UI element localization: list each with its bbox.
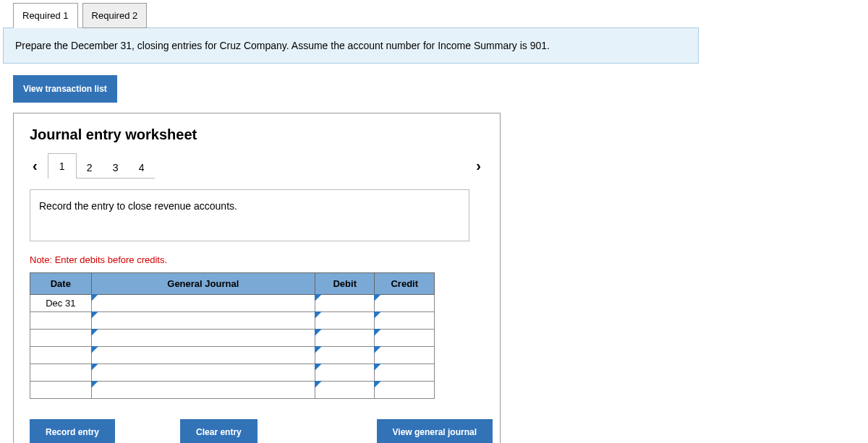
debits-before-credits-note: Note: Enter debits before credits. — [30, 254, 484, 265]
step-instruction: Record the entry to close revenue accoun… — [30, 189, 469, 241]
credit-cell[interactable] — [375, 312, 435, 330]
credit-cell[interactable] — [375, 382, 435, 399]
credit-cell[interactable] — [375, 347, 435, 364]
journal-worksheet: Journal entry worksheet ‹ 1 2 3 4 › Reco… — [13, 113, 501, 443]
tab-required-2[interactable]: Required 2 — [82, 3, 148, 28]
debit-cell[interactable] — [315, 364, 375, 382]
date-cell[interactable] — [30, 312, 92, 330]
col-header-date: Date — [30, 273, 92, 295]
record-entry-button[interactable]: Record entry — [30, 419, 115, 443]
table-row — [30, 347, 435, 364]
credit-cell[interactable] — [375, 295, 435, 312]
step-tab-4[interactable]: 4 — [129, 158, 155, 179]
col-header-credit: Credit — [375, 273, 435, 295]
clear-entry-button[interactable]: Clear entry — [180, 419, 258, 443]
debit-cell[interactable] — [315, 330, 375, 347]
journal-table: Date General Journal Debit Credit Dec 31 — [30, 272, 435, 399]
view-transaction-list-button[interactable]: View transaction list — [13, 75, 117, 103]
general-journal-cell[interactable] — [91, 382, 315, 399]
general-journal-cell[interactable] — [91, 312, 315, 330]
credit-cell[interactable] — [375, 364, 435, 382]
table-row — [30, 312, 435, 330]
date-cell[interactable]: Dec 31 — [30, 295, 92, 312]
tab-required-1[interactable]: Required 1 — [13, 3, 78, 28]
worksheet-step-nav: ‹ 1 2 3 4 › — [30, 153, 484, 178]
date-cell[interactable] — [30, 330, 92, 347]
date-cell[interactable] — [30, 347, 92, 364]
debit-cell[interactable] — [315, 347, 375, 364]
col-header-general-journal: General Journal — [91, 273, 315, 295]
action-buttons-row: Record entry Clear entry View general jo… — [30, 419, 493, 443]
instruction-bar: Prepare the December 31, closing entries… — [3, 27, 699, 64]
table-row — [30, 330, 435, 347]
table-row: Dec 31 — [30, 295, 435, 312]
date-cell[interactable] — [30, 382, 92, 399]
credit-cell[interactable] — [375, 330, 435, 347]
col-header-debit: Debit — [315, 273, 375, 295]
step-tab-1[interactable]: 1 — [48, 153, 77, 179]
required-tabs: Required 1 Required 2 — [3, 3, 868, 28]
debit-cell[interactable] — [315, 382, 375, 399]
date-cell[interactable] — [30, 364, 92, 382]
chevron-left-icon[interactable]: ‹ — [30, 158, 41, 174]
debit-cell[interactable] — [315, 312, 375, 330]
general-journal-cell[interactable] — [91, 330, 315, 347]
general-journal-cell[interactable] — [91, 295, 315, 312]
debit-cell[interactable] — [315, 295, 375, 312]
table-row — [30, 382, 435, 399]
step-tab-3[interactable]: 3 — [103, 158, 129, 179]
view-general-journal-button[interactable]: View general journal — [377, 419, 493, 443]
step-tabs: 1 2 3 4 — [48, 153, 155, 179]
step-tab-2[interactable]: 2 — [77, 158, 103, 179]
general-journal-cell[interactable] — [91, 347, 315, 364]
general-journal-cell[interactable] — [91, 364, 315, 382]
table-row — [30, 364, 435, 382]
worksheet-title: Journal entry worksheet — [30, 126, 484, 143]
chevron-right-icon[interactable]: › — [473, 158, 484, 174]
